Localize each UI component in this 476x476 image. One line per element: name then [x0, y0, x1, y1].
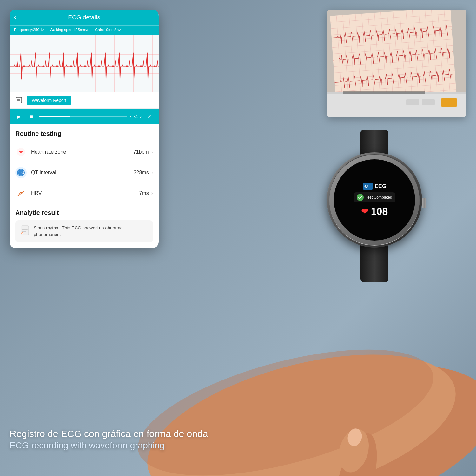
ecg-paper-sim: [327, 10, 466, 117]
qt-interval-arrow: ›: [151, 170, 153, 175]
freq-bar: Frequency:250Hz Walking speed:25mm/s Gai…: [10, 25, 159, 35]
walking-speed-label: Walking speed:25mm/s: [50, 28, 89, 32]
stop-button[interactable]: ■: [27, 112, 36, 121]
waveform-bar: Waveform Report: [10, 92, 159, 109]
progress-bar[interactable]: [39, 116, 127, 117]
expand-button[interactable]: ⤢: [145, 112, 154, 121]
heart-rate-value: 71bpm: [133, 149, 149, 155]
svg-rect-12: [22, 228, 28, 228]
ecg-machine-photo: [327, 10, 466, 117]
watch-ecg-icon-bg: [363, 183, 373, 190]
ecg-title: ECG details: [68, 14, 100, 21]
ecg-paper-svg: [327, 10, 466, 117]
waveform-report-button[interactable]: Waveform Report: [27, 96, 71, 105]
hrv-value: 7ms: [139, 190, 149, 196]
svg-text:❤: ❤: [19, 149, 23, 155]
caption-english: ECG recording with waveform graphing: [10, 440, 208, 451]
phone-ui: ‹ ECG details Frequency:250Hz Walking sp…: [10, 10, 159, 248]
report-icon: [14, 96, 23, 105]
frequency-label: Frequency:250Hz: [14, 28, 44, 32]
watch-crown: [422, 198, 426, 208]
metric-row-heart-rate[interactable]: ❤ Heart rate zone 71bpm ›: [15, 142, 153, 162]
speed-value: x1: [134, 114, 138, 119]
qt-interval-value: 328ms: [134, 170, 149, 175]
svg-rect-13: [22, 229, 28, 230]
metric-row-qt-interval[interactable]: QT Interval 328ms ›: [15, 162, 153, 183]
analytic-section-title: Analytic result: [15, 209, 153, 216]
svg-rect-54: [343, 91, 425, 94]
watch-bezel: ECG Test Completed ❤ 108: [329, 155, 420, 245]
svg-rect-53: [406, 99, 419, 105]
svg-rect-51: [441, 98, 457, 107]
analytic-doc-icon: [20, 225, 30, 236]
play-button[interactable]: ▶: [14, 112, 23, 121]
caption-spanish: Registro de ECG con gráfica en forma de …: [10, 427, 208, 440]
heart-rate-name: Heart rate zone: [31, 149, 133, 155]
svg-rect-52: [422, 99, 435, 105]
speed-next-button[interactable]: ›: [140, 114, 142, 119]
watch-ecg-row: ECG: [363, 183, 387, 190]
qt-interval-name: QT Interval: [31, 170, 134, 175]
heart-rate-arrow: ›: [151, 149, 153, 155]
caption-area: Registro de ECG con gráfica en forma de …: [10, 427, 208, 451]
ecg-waveform-svg: [10, 35, 159, 92]
svg-rect-17: [330, 10, 457, 104]
watch-heart-icon: ❤: [361, 206, 368, 217]
qt-interval-icon: [15, 167, 27, 178]
watch-bpm-row: ❤ 108: [361, 206, 388, 217]
ecg-header: ‹ ECG details: [10, 10, 159, 25]
analytic-text: Sinus rhythm. This ECG showed no abnorma…: [34, 225, 149, 238]
watch-test-completed-text: Test Completed: [366, 195, 392, 200]
check-circle: [357, 194, 364, 201]
watch-ecg-label: ECG: [375, 183, 387, 189]
analytic-card: Sinus rhythm. This ECG showed no abnorma…: [15, 220, 153, 242]
phone-content: Routine testing ❤ Heart rate zone 71bpm …: [10, 124, 159, 248]
watch-bpm-value: 108: [371, 206, 388, 217]
svg-rect-14: [22, 231, 26, 232]
heart-rate-icon: ❤: [15, 146, 27, 158]
ecg-waveform-area: [10, 35, 159, 92]
metric-row-hrv[interactable]: HRV 7ms ›: [15, 183, 153, 203]
hrv-icon: [15, 188, 27, 199]
speed-prev-button[interactable]: ‹: [130, 114, 132, 119]
speed-control: ‹ x1 ›: [130, 114, 142, 119]
routine-section-title: Routine testing: [15, 130, 153, 137]
watch-test-completed-row: Test Completed: [354, 192, 395, 202]
watch-case: ECG Test Completed ❤ 108: [327, 152, 422, 248]
svg-rect-0: [16, 97, 22, 103]
gain-label: Gain:10mm/mv: [95, 28, 121, 32]
back-button[interactable]: ‹: [14, 13, 16, 22]
hrv-arrow: ›: [151, 190, 153, 196]
hrv-name: HRV: [31, 190, 139, 196]
watch-screen: ECG Test Completed ❤ 108: [334, 159, 415, 241]
progress-fill: [39, 116, 70, 117]
playback-controls: ▶ ■ ‹ x1 › ⤢: [10, 109, 159, 124]
watch-wrapper: ECG Test Completed ❤ 108: [327, 152, 422, 248]
